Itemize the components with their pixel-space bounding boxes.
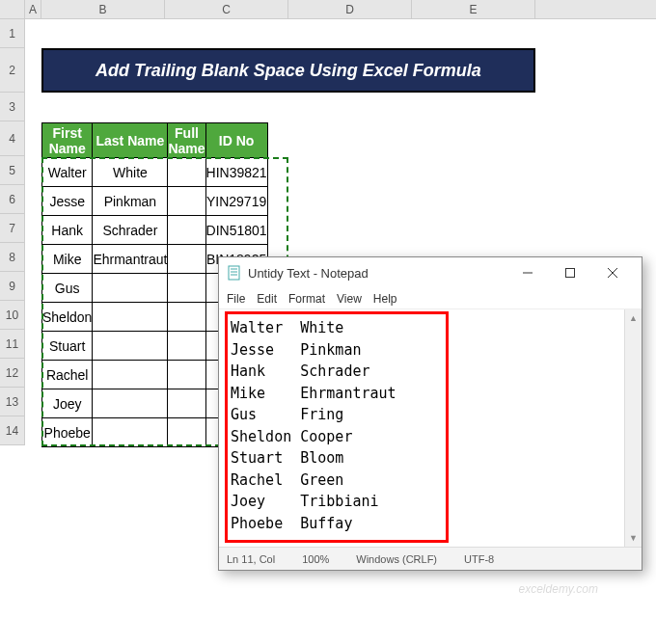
notepad-text[interactable]: Walter White Jesse Pinkman Hank Schrader… [223, 313, 638, 538]
cell[interactable] [168, 361, 205, 389]
menu-view[interactable]: View [337, 292, 362, 306]
menu-format[interactable]: Format [288, 292, 325, 306]
row-header-4[interactable]: 4 [0, 121, 24, 156]
notepad-content-area[interactable]: Walter White Jesse Pinkman Hank Schrader… [219, 309, 642, 547]
cell[interactable]: Schrader [93, 216, 168, 245]
cell[interactable] [168, 187, 205, 216]
table-row: HankSchraderDIN51801 [42, 216, 268, 245]
table-header-row: First Name Last Name Full Name ID No [42, 123, 268, 158]
scroll-down-icon[interactable]: ▼ [625, 529, 642, 547]
menu-help[interactable]: Help [373, 292, 397, 306]
row-headers: 1 2 3 4 5 6 7 8 9 10 11 12 13 14 [0, 19, 25, 445]
cell[interactable]: White [93, 158, 168, 187]
cell[interactable]: Walter [42, 158, 93, 187]
cell[interactable] [93, 274, 168, 303]
cell[interactable] [168, 158, 205, 187]
cell[interactable]: Ehrmantraut [93, 245, 168, 274]
minimize-button[interactable] [506, 258, 549, 287]
status-zoom: 100% [302, 553, 329, 565]
cell[interactable] [168, 303, 205, 332]
close-button[interactable] [591, 258, 634, 287]
menu-edit[interactable]: Edit [257, 292, 277, 306]
watermark: exceldemy.com [519, 582, 598, 596]
row-header-10[interactable]: 10 [0, 301, 24, 330]
table-row: JessePinkmanYIN29719 [42, 187, 268, 216]
column-headers: A B C D E [0, 0, 656, 19]
cell[interactable]: Phoebe [42, 418, 93, 447]
notepad-scrollbar[interactable]: ▲ ▼ [624, 309, 642, 547]
table-row: WalterWhiteHIN39821 [42, 158, 268, 187]
row-header-7[interactable]: 7 [0, 214, 24, 243]
notepad-window[interactable]: Untidy Text - Notepad File Edit Format V… [218, 256, 642, 571]
cell[interactable]: Sheldon [42, 303, 93, 332]
notepad-menu: File Edit Format View Help [219, 288, 642, 309]
cell[interactable] [168, 332, 205, 361]
cell[interactable]: DIN51801 [205, 216, 267, 245]
cell[interactable] [168, 245, 205, 274]
cell[interactable] [168, 418, 205, 447]
cell[interactable]: YIN29719 [205, 187, 267, 216]
status-encoding: UTF-8 [464, 553, 494, 565]
header-lastname[interactable]: Last Name [93, 123, 168, 158]
row-header-6[interactable]: 6 [0, 185, 24, 214]
header-firstname[interactable]: First Name [42, 123, 93, 158]
cell[interactable]: Joey [42, 389, 93, 418]
cell[interactable]: Mike [42, 245, 93, 274]
cell[interactable] [93, 418, 168, 447]
notepad-statusbar: Ln 11, Col 100% Windows (CRLF) UTF-8 [219, 547, 642, 570]
svg-rect-0 [229, 266, 239, 280]
col-header-d[interactable]: D [288, 0, 412, 18]
notepad-title: Untidy Text - Notepad [248, 266, 506, 281]
row-header-12[interactable]: 12 [0, 359, 24, 388]
cell[interactable]: Jesse [42, 187, 93, 216]
status-eol: Windows (CRLF) [356, 553, 437, 565]
col-header-c[interactable]: C [165, 0, 288, 18]
row-header-3[interactable]: 3 [0, 93, 24, 121]
cell[interactable] [93, 361, 168, 389]
col-header-a[interactable]: A [25, 0, 41, 18]
row-header-14[interactable]: 14 [0, 416, 24, 445]
row-header-11[interactable]: 11 [0, 330, 24, 359]
row-header-9[interactable]: 9 [0, 272, 24, 301]
maximize-button[interactable] [549, 258, 591, 287]
cell[interactable]: Stuart [42, 332, 93, 361]
col-header-e[interactable]: E [412, 0, 535, 18]
scroll-up-icon[interactable]: ▲ [625, 309, 642, 327]
header-fullname[interactable]: Full Name [168, 123, 205, 158]
cell[interactable] [168, 274, 205, 303]
cell[interactable]: Gus [42, 274, 93, 303]
header-idno[interactable]: ID No [205, 123, 267, 158]
cell[interactable] [168, 216, 205, 245]
row-header-8[interactable]: 8 [0, 243, 24, 272]
row-header-5[interactable]: 5 [0, 156, 24, 185]
row-header-1[interactable]: 1 [0, 19, 24, 48]
row-header-13[interactable]: 13 [0, 388, 24, 416]
select-all-corner[interactable] [0, 0, 25, 18]
page-title: Add Trailing Blank Space Using Excel For… [41, 48, 535, 93]
cell[interactable]: HIN39821 [205, 158, 267, 187]
menu-file[interactable]: File [227, 292, 245, 306]
col-header-b[interactable]: B [41, 0, 165, 18]
cell[interactable]: Pinkman [93, 187, 168, 216]
row-header-2[interactable]: 2 [0, 48, 24, 93]
cell[interactable]: Hank [42, 216, 93, 245]
cell[interactable] [168, 389, 205, 418]
svg-rect-5 [566, 269, 575, 278]
notepad-icon [227, 265, 242, 281]
cell[interactable] [93, 303, 168, 332]
notepad-titlebar[interactable]: Untidy Text - Notepad [219, 257, 642, 288]
cell[interactable] [93, 389, 168, 418]
status-position: Ln 11, Col [227, 553, 275, 565]
cell[interactable]: Rachel [42, 361, 93, 389]
cell[interactable] [93, 332, 168, 361]
